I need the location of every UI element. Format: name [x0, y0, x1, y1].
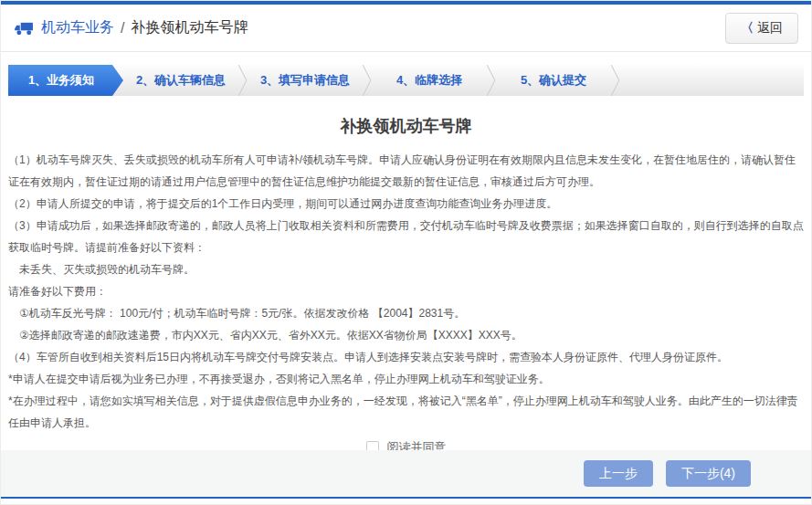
notice-paragraph: ①机动车反光号牌： 100元/付；机动车临时号牌：5元/张。依据发改价格 【20… [8, 302, 804, 324]
header: 机动车业务 / 补换领机动车号牌 〈 返回 [1, 5, 811, 52]
chevron-left-icon: 〈 [741, 20, 754, 37]
notice-paragraph: *在办理过程中，请您如实填写相关信息，对于提供虚假信息申办业务的，一经发现，将被… [8, 390, 804, 434]
breadcrumb-current: 补换领机动车号牌 [131, 18, 248, 37]
notice-paragraph: （2）申请人所提交的申请，将于提交后的1个工作日内受理，期间可以通过网办进度查询… [8, 193, 804, 215]
notice-paragraph: 请准备好以下费用： [8, 280, 804, 302]
notice-paragraph: （4）车管所自收到相关资料后15日内将机动车号牌交付号牌安装点。申请人到选择安装… [8, 346, 804, 368]
footer-action-bar: 上一步 下一步(4) [1, 450, 811, 497]
next-step-button[interactable]: 下一步(4) [666, 460, 751, 487]
step-nav: 1、业务须知 2、确认车辆信息 3、填写申请信息 4、临牌选择 5、确认提交 [8, 65, 804, 96]
step-nav-filler [624, 65, 804, 96]
step-label: 3、填写申请信息 [260, 72, 350, 89]
step-4-temp-plate-choice[interactable]: 4、临牌选择 [375, 65, 483, 96]
step-divider-icon [483, 65, 500, 96]
notice-paragraph: 未丢失、灭失或损毁的机动车号牌。 [8, 258, 804, 280]
prev-step-button[interactable]: 上一步 [584, 460, 653, 487]
breadcrumb: 机动车业务 / 补换领机动车号牌 [14, 18, 248, 37]
notice-paragraph: （1）机动车号牌灭失、丢失或损毁的机动车所有人可申请补/领机动车号牌。申请人应确… [8, 149, 804, 193]
main-content: 补换领机动车号牌 （1）机动车号牌灭失、丢失或损毁的机动车所有人可申请补/领机动… [1, 115, 811, 456]
bottom-accent-bar [1, 497, 811, 499]
step-label: 2、确认车辆信息 [136, 72, 226, 89]
step-5-confirm-submit[interactable]: 5、确认提交 [500, 65, 607, 96]
notice-paragraph: *申请人在提交申请后视为业务已办理，不再接受退办，否则将记入黑名单，停止办理网上… [8, 368, 804, 390]
page-title: 补换领机动车号牌 [8, 115, 804, 137]
step-1-business-notice[interactable]: 1、业务须知 [8, 65, 123, 96]
step-divider-icon [359, 65, 375, 96]
notice-paragraph: ②选择邮政寄递的邮政速递费，市内XX元、省内XX元、省外XX元。依据XX省物价局… [8, 324, 804, 346]
step-divider-icon [235, 65, 251, 96]
step-label: 4、临牌选择 [396, 72, 462, 89]
step-label: 5、确认提交 [521, 72, 586, 89]
breadcrumb-separator: / [121, 20, 124, 37]
step-3-fill-application-info[interactable]: 3、填写申请信息 [251, 65, 359, 96]
breadcrumb-section[interactable]: 机动车业务 [41, 18, 114, 37]
notice-paragraph: （3）申请成功后，如果选择邮政寄递的，邮政人员将上门收取相关资料和所需费用，交付… [8, 215, 804, 258]
step-2-confirm-vehicle-info[interactable]: 2、确认车辆信息 [127, 65, 235, 96]
step-divider-icon [607, 65, 624, 96]
page: 机动车业务 / 补换领机动车号牌 〈 返回 1、业务须知 2、确认车辆信息 3、… [0, 0, 812, 505]
back-button[interactable]: 〈 返回 [725, 13, 798, 44]
step-label: 1、业务须知 [28, 72, 94, 89]
back-button-label: 返回 [757, 20, 783, 37]
notice-text: （1）机动车号牌灭失、丢失或损毁的机动车所有人可申请补/领机动车号牌。申请人应确… [8, 149, 804, 434]
truck-icon [14, 20, 35, 36]
